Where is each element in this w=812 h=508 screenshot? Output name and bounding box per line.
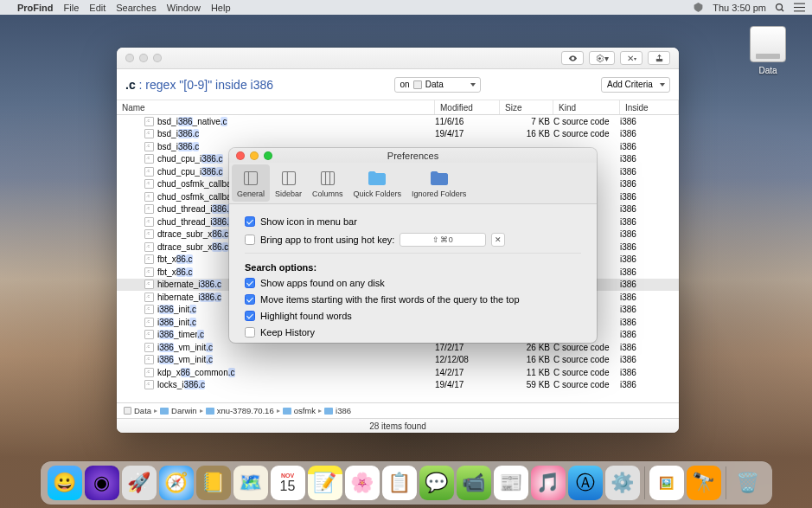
zoom-button[interactable]	[264, 151, 272, 160]
column-size[interactable]: Size	[500, 100, 553, 114]
dock-preferences[interactable]: ⚙️	[605, 466, 640, 500]
dock-launchpad[interactable]: 🚀	[122, 466, 157, 500]
label-hotkey: Bring app to front using hot key:	[260, 235, 394, 245]
table-row[interactable]: i386_vm_init.c12/12/0816 KBC source code…	[117, 354, 679, 367]
file-icon	[144, 343, 154, 352]
menu-help[interactable]: Help	[211, 3, 231, 13]
zoom-button[interactable]	[153, 54, 162, 62]
dock-reminders[interactable]: 📋	[382, 466, 417, 500]
folder-icon	[160, 408, 169, 415]
add-criteria-dropdown[interactable]: Add Criteria	[601, 77, 670, 93]
checkbox-highlight[interactable]	[245, 311, 255, 321]
dock-screenshot[interactable]: 🖼️	[649, 466, 684, 500]
spotlight-icon[interactable]	[775, 3, 785, 13]
tab-quick-folders[interactable]: Quick Folders	[348, 163, 407, 203]
dock-notes[interactable]: 📝	[308, 466, 342, 500]
dock-profind[interactable]: 🔭	[687, 466, 721, 500]
table-row[interactable]: bsd_i386_native.c11/6/167 KBC source cod…	[117, 115, 679, 128]
svg-rect-2	[794, 3, 805, 4]
tools-button[interactable]: ✕▾	[620, 51, 643, 65]
checkbox-hotkey[interactable]	[245, 235, 255, 245]
dock-photos[interactable]: 🌸	[345, 466, 380, 500]
folder-icon	[324, 408, 333, 415]
settings-button[interactable]: ▾	[589, 51, 615, 65]
column-name[interactable]: Name	[117, 100, 435, 114]
dock-safari[interactable]: 🧭	[159, 466, 194, 500]
close-button[interactable]	[125, 54, 134, 62]
table-row[interactable]: i386_vm_init.c17/2/1726 KBC source codei…	[117, 341, 679, 354]
svg-rect-8	[282, 171, 295, 184]
file-icon	[144, 142, 154, 151]
file-icon	[144, 179, 154, 189]
menu-edit[interactable]: Edit	[89, 3, 105, 13]
menubar: ProFind File Edit Searches Window Help T…	[0, 0, 812, 15]
dock-siri[interactable]: ◉	[85, 466, 119, 500]
checkbox-move-first-words[interactable]	[245, 294, 255, 305]
column-kind[interactable]: Kind	[553, 100, 620, 114]
query-row: .c : regex "[0-9]" inside i386 on Data A…	[117, 69, 679, 100]
dock-finder[interactable]: 😀	[48, 466, 82, 500]
titlebar[interactable]: ▾ ✕▾	[117, 48, 679, 69]
dock-music[interactable]: 🎵	[531, 466, 566, 500]
minimize-button[interactable]	[139, 54, 148, 62]
file-icon	[144, 167, 154, 177]
quicklook-button[interactable]	[561, 51, 584, 65]
menu-file[interactable]: File	[64, 3, 80, 13]
file-icon	[144, 318, 154, 327]
path-segment[interactable]: i386	[336, 406, 351, 415]
hotkey-field[interactable]: ⇧⌘0	[400, 233, 486, 247]
dock-messages[interactable]: 💬	[419, 466, 454, 500]
svg-line-1	[782, 9, 784, 11]
dock-news[interactable]: 📰	[494, 466, 528, 500]
close-button[interactable]	[236, 151, 245, 160]
dock-maps[interactable]: 🗺️	[233, 466, 268, 500]
path-segment[interactable]: osfmk	[294, 406, 316, 415]
tab-sidebar[interactable]: Sidebar	[270, 163, 307, 203]
tab-columns[interactable]: Columns	[307, 163, 348, 203]
column-modified[interactable]: Modified	[435, 100, 500, 114]
desktop-volume-data[interactable]: Data	[750, 26, 786, 75]
checkbox-show-icon[interactable]	[245, 216, 255, 227]
checkbox-keep-history[interactable]	[245, 327, 255, 338]
menu-searches[interactable]: Searches	[116, 3, 156, 13]
file-icon	[144, 154, 154, 164]
svg-rect-4	[794, 10, 805, 11]
dock-trash[interactable]: 🗑️	[731, 466, 765, 500]
location-dropdown[interactable]: on Data	[394, 77, 481, 93]
file-icon	[144, 192, 154, 202]
share-button[interactable]	[648, 51, 670, 65]
table-header: Name Modified Size Kind Inside	[117, 100, 679, 115]
profind-menubar-icon[interactable]	[693, 2, 704, 13]
clock[interactable]: Thu 3:50 pm	[713, 3, 766, 13]
dock-contacts[interactable]: 📒	[196, 466, 231, 500]
file-icon	[144, 217, 154, 227]
status-bar: 28 items found	[117, 418, 679, 433]
dock-calendar[interactable]: NOV15	[271, 466, 305, 500]
minimize-button[interactable]	[250, 151, 259, 160]
path-segment[interactable]: Darwin	[171, 406, 197, 415]
path-segment[interactable]: Data	[134, 406, 151, 415]
path-bar[interactable]: Data▸Darwin▸xnu-3789.70.16▸osfmk▸i386	[117, 402, 679, 418]
tab-ignored-folders[interactable]: Ignored Folders	[406, 163, 471, 203]
path-segment[interactable]: xnu-3789.70.16	[217, 406, 274, 415]
table-row[interactable]: locks_i386.c19/4/1759 KBC source codei38…	[117, 379, 679, 392]
query-field[interactable]: .c : regex "[0-9]" inside i386	[125, 78, 273, 92]
hotkey-clear-button[interactable]: ✕	[491, 233, 505, 247]
table-row[interactable]: kdp_x86_common.c14/2/1711 KBC source cod…	[117, 366, 679, 379]
file-icon	[144, 242, 154, 252]
table-row[interactable]: bsd_i386.c19/4/1716 KBC source codei386	[117, 128, 679, 141]
column-inside[interactable]: Inside	[620, 100, 679, 114]
tab-general[interactable]: General	[232, 164, 270, 202]
checkbox-apps-any-disk[interactable]	[245, 278, 255, 288]
dock: 😀 ◉ 🚀 🧭 📒 🗺️ NOV15 📝 🌸 📋 💬 📹 📰 🎵 Ⓐ ⚙️ 🖼️…	[41, 461, 772, 505]
dock-appstore[interactable]: Ⓐ	[568, 466, 603, 500]
pref-titlebar[interactable]: Preferences	[229, 148, 597, 163]
svg-point-0	[777, 3, 783, 10]
file-icon	[144, 280, 154, 289]
menu-window[interactable]: Window	[167, 3, 201, 13]
preferences-window: Preferences General Sidebar Columns Quic…	[229, 148, 597, 343]
app-menu[interactable]: ProFind	[17, 3, 54, 13]
menu-list-icon[interactable]	[794, 3, 805, 12]
dock-facetime[interactable]: 📹	[457, 466, 491, 500]
svg-rect-6	[245, 171, 258, 184]
